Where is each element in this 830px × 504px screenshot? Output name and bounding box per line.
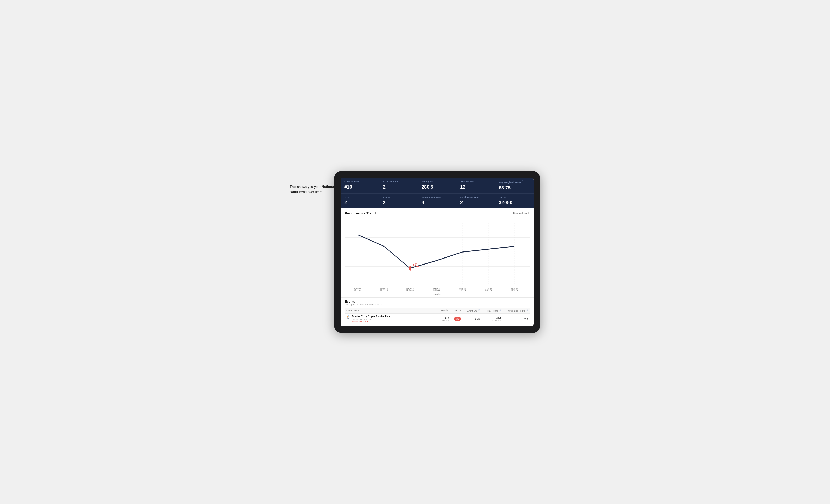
position-main: 6th bbox=[439, 316, 449, 319]
stat-scoring-avg: Scoring Avg. 286.5 bbox=[418, 178, 456, 193]
chart-area: • #10 OCT 23 NOV 23 DEC 23 JAN 24 FEB 24… bbox=[345, 217, 530, 293]
info-icon-avg-weighted: ⓘ bbox=[522, 180, 524, 182]
event-sg: 0.45 bbox=[462, 313, 481, 325]
table-row: 🏌 Buster Cozy Cup – Stroke Play Oct 9 - … bbox=[345, 313, 530, 325]
stat-value-record: 32-8-0 bbox=[499, 200, 530, 206]
x-label-apr24: APR 24 bbox=[511, 288, 518, 293]
stat-total-rounds: Total Rounds 12 bbox=[456, 178, 495, 193]
stat-label-avg-weighted-points: Avg. Weighted Points ⓘ bbox=[499, 180, 530, 184]
stats-row-2: Wins 2 Top 3s 2 Stroke Play Events 4 Mat… bbox=[341, 194, 534, 208]
stat-avg-weighted-points: Avg. Weighted Points ⓘ 68.75 bbox=[495, 178, 534, 193]
position-sub: out of 7 bbox=[439, 319, 449, 322]
annotation-text: This shows you your National Rank trend … bbox=[290, 185, 335, 194]
stat-label-record: Record bbox=[499, 196, 530, 199]
events-title: Events bbox=[345, 300, 530, 303]
stat-value-top3s: 2 bbox=[383, 200, 414, 206]
x-label-oct23: OCT 23 bbox=[354, 288, 361, 293]
stat-top3s: Top 3s 2 bbox=[379, 194, 418, 208]
performance-chart: • #10 OCT 23 NOV 23 DEC 23 JAN 24 FEB 24… bbox=[345, 217, 530, 293]
stat-label-national-rank: National Rank bbox=[344, 180, 375, 183]
stat-value-stroke-play-events: 4 bbox=[421, 200, 453, 206]
x-label-feb24: FEB 24 bbox=[459, 288, 466, 293]
stat-record: Record 32-8-0 bbox=[495, 194, 534, 208]
stat-match-play-events: Match Play Events 2 bbox=[456, 194, 495, 208]
event-date: Oct 9 - Oct 10, 2023 bbox=[352, 318, 390, 321]
stat-value-total-rounds: 12 bbox=[460, 184, 491, 190]
x-label-mar24: MAR 24 bbox=[485, 288, 492, 293]
col-weighted-points: Weighted Points ⓘ bbox=[503, 308, 530, 313]
stat-label-stroke-play-events: Stroke Play Events bbox=[421, 196, 453, 199]
stat-value-national-rank: #10 bbox=[344, 184, 375, 190]
x-label-nov23: NOV 23 bbox=[380, 288, 388, 293]
event-total-points: 28.3 3 Rounds bbox=[481, 313, 503, 325]
stat-regional-rank: Regional Rank 2 bbox=[379, 178, 418, 193]
col-score: Score bbox=[451, 308, 462, 313]
x-label-jan24: JAN 24 bbox=[433, 288, 440, 293]
annotation-bold: National Rank bbox=[290, 185, 335, 194]
chart-label: • #10 bbox=[413, 261, 419, 268]
total-rounds: 3 Rounds bbox=[483, 319, 501, 322]
stat-wins: Wins 2 bbox=[341, 194, 379, 208]
performance-section: Performance Trend National Rank bbox=[341, 208, 534, 297]
event-name-cell: 🏌 Buster Cozy Cup – Stroke Play Oct 9 - … bbox=[345, 313, 437, 325]
stat-value-wins: 2 bbox=[344, 200, 375, 206]
stat-national-rank: National Rank #10 bbox=[341, 178, 379, 193]
scene: This shows you your National Rank trend … bbox=[290, 171, 540, 333]
stat-value-regional-rank: 2 bbox=[383, 184, 414, 190]
stat-stroke-play-events: Stroke Play Events 4 bbox=[418, 194, 456, 208]
stat-label-match-play-events: Match Play Events bbox=[460, 196, 491, 199]
event-weighted-points: 28.3 bbox=[503, 313, 530, 325]
stat-value-match-play-events: 2 bbox=[460, 200, 491, 206]
stat-label-scoring-avg: Scoring Avg. bbox=[421, 180, 453, 183]
stat-label-wins: Wins bbox=[344, 196, 375, 199]
col-event-sg: Event SG ⓘ bbox=[462, 308, 481, 313]
golf-icon: 🏌 bbox=[346, 315, 350, 319]
event-score: -22 bbox=[451, 313, 462, 325]
stat-value-scoring-avg: 286.5 bbox=[421, 184, 453, 190]
events-last-updated: Last updated: 24th November 2023 bbox=[345, 303, 530, 306]
stat-label-top3s: Top 3s bbox=[383, 196, 414, 199]
performance-header: Performance Trend National Rank bbox=[345, 211, 530, 215]
stat-label-regional-rank: Regional Rank bbox=[383, 180, 414, 183]
event-name: Buster Cozy Cup – Stroke Play bbox=[352, 315, 390, 318]
tablet-device: National Rank #10 Regional Rank 2 Scorin… bbox=[334, 171, 540, 333]
info-icon-sg: ⓘ bbox=[478, 309, 480, 311]
chart-datapoint bbox=[409, 266, 411, 271]
event-position: 6th out of 7 bbox=[437, 313, 451, 325]
info-icon-total-pts: ⓘ bbox=[499, 309, 501, 311]
info-icon-weighted-pts: ⓘ bbox=[526, 309, 528, 311]
events-table-header: Event Name Position Score Event SG ⓘ Tot… bbox=[345, 308, 530, 313]
performance-title: Performance Trend bbox=[345, 211, 376, 215]
rank-impact-arrow: ▼ bbox=[366, 321, 369, 323]
tablet-screen: National Rank #10 Regional Rank 2 Scorin… bbox=[341, 178, 534, 326]
performance-legend: National Rank bbox=[513, 212, 530, 215]
events-section: Events Last updated: 24th November 2023 … bbox=[341, 297, 534, 326]
rank-impact: Rank Impact: 3 ▼ bbox=[352, 321, 390, 323]
stats-row-1: National Rank #10 Regional Rank 2 Scorin… bbox=[341, 178, 534, 194]
events-table: Event Name Position Score Event SG ⓘ Tot… bbox=[345, 308, 530, 324]
col-event-name: Event Name bbox=[345, 308, 437, 313]
x-label-dec23: DEC 23 bbox=[406, 288, 414, 293]
col-position: Position bbox=[437, 308, 451, 313]
stat-label-total-rounds: Total Rounds bbox=[460, 180, 491, 183]
stat-value-avg-weighted-points: 68.75 bbox=[499, 185, 530, 191]
col-total-points: Total Points ⓘ bbox=[481, 308, 503, 313]
score-badge: -22 bbox=[454, 317, 461, 321]
chart-x-label: Months bbox=[345, 293, 530, 296]
